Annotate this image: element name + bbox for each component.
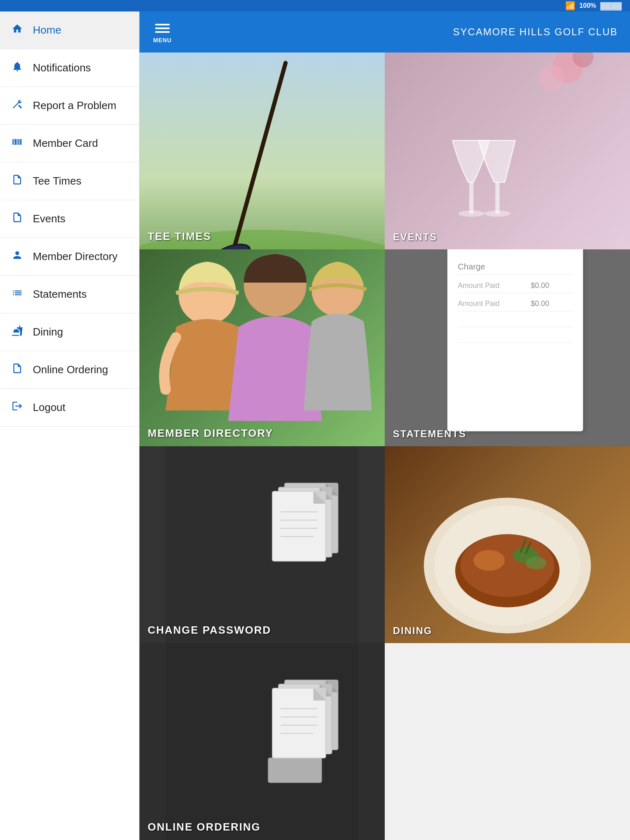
- sidebar-label-statements: Statements: [33, 288, 87, 301]
- sidebar-label-tee-times: Tee Times: [33, 175, 82, 187]
- svg-rect-58: [268, 758, 322, 783]
- sidebar-item-events[interactable]: Events: [0, 200, 139, 238]
- sidebar-label-logout: Logout: [33, 401, 66, 414]
- online-ordering-bg: [139, 643, 385, 840]
- sidebar-item-logout[interactable]: Logout: [0, 389, 139, 427]
- member-dir-bg: [139, 249, 385, 446]
- statements-label: STATEMENTS: [385, 422, 630, 446]
- content-area: MENU SYCAMORE HILLS GOLF CLUB: [139, 11, 630, 840]
- change-password-label: CHANGE PASSWORD: [139, 617, 385, 643]
- svg-text:Charge: Charge: [458, 262, 485, 271]
- svg-point-10: [539, 65, 565, 91]
- logout-icon: [10, 400, 25, 415]
- wifi-icon: 📶: [565, 1, 575, 11]
- svg-rect-21: [447, 249, 583, 431]
- app-container: Home Notifications Report a Problem Memb…: [0, 11, 630, 840]
- sidebar-item-online-ordering[interactable]: Online Ordering: [0, 351, 139, 389]
- svg-point-45: [473, 550, 504, 571]
- statements-bg: Charge Amount Paid $0.00 Amount Paid $0.…: [385, 249, 630, 446]
- home-icon: [10, 23, 25, 37]
- menu-button[interactable]: MENU: [152, 21, 173, 43]
- barcode-icon: [10, 136, 25, 151]
- tee-times-label: TEE TIMES: [139, 224, 385, 249]
- sidebar-item-dining[interactable]: Dining: [0, 313, 139, 351]
- status-bar: 📶 100% ▓▓▓▓: [0, 0, 630, 11]
- sidebar-item-member-directory[interactable]: Member Directory: [0, 238, 139, 276]
- menu-label: MENU: [153, 37, 171, 43]
- tile-statements[interactable]: Charge Amount Paid $0.00 Amount Paid $0.…: [385, 249, 630, 446]
- tile-change-password[interactable]: CHANGE PASSWORD: [139, 446, 385, 643]
- svg-point-47: [526, 557, 547, 569]
- svg-text:$0.00: $0.00: [531, 299, 549, 308]
- events-bg: [385, 52, 630, 249]
- tile-member-directory[interactable]: MEMBER DIRECTORY: [139, 249, 385, 446]
- sidebar-label-member-card: Member Card: [33, 137, 98, 150]
- svg-text:Amount Paid: Amount Paid: [458, 281, 500, 290]
- tile-online-ordering[interactable]: ONLINE ORDERING: [139, 643, 385, 840]
- events-icon: [10, 212, 25, 226]
- sidebar-label-notifications: Notifications: [33, 62, 91, 74]
- battery-icon: ▓▓▓▓: [600, 2, 622, 10]
- list-icon: [10, 287, 25, 301]
- tee-times-icon: [10, 174, 25, 188]
- sidebar-label-member-directory: Member Directory: [33, 250, 118, 263]
- svg-text:Amount Paid: Amount Paid: [458, 299, 500, 308]
- tile-dining[interactable]: DINING: [385, 446, 630, 643]
- hamburger-icon: [152, 21, 173, 36]
- fork-knife-icon: [10, 325, 25, 339]
- svg-rect-13: [495, 182, 500, 213]
- tee-times-bg: [139, 52, 385, 249]
- svg-rect-11: [469, 182, 473, 213]
- wrench-icon: [10, 98, 25, 113]
- online-ordering-label: ONLINE ORDERING: [139, 814, 385, 840]
- sidebar-label-report: Report a Problem: [33, 99, 116, 112]
- sidebar: Home Notifications Report a Problem Memb…: [0, 11, 139, 840]
- online-ordering-icon: [10, 363, 25, 377]
- sidebar-item-report-problem[interactable]: Report a Problem: [0, 87, 139, 125]
- person-icon: [10, 249, 25, 264]
- sidebar-item-home[interactable]: Home: [0, 11, 139, 49]
- sidebar-item-tee-times[interactable]: Tee Times: [0, 162, 139, 200]
- tile-events[interactable]: EVENTS: [385, 52, 630, 249]
- dining-bg: [385, 446, 630, 643]
- battery-percentage: 100%: [580, 2, 596, 9]
- main-grid: TEE TIMES: [139, 52, 630, 840]
- sidebar-label-events: Events: [33, 212, 66, 225]
- club-name: SYCAMORE HILLS GOLF CLUB: [181, 26, 618, 38]
- dining-label: DINING: [385, 619, 630, 643]
- svg-text:$0.00: $0.00: [531, 281, 549, 290]
- sidebar-item-member-card[interactable]: Member Card: [0, 125, 139, 162]
- app-header: MENU SYCAMORE HILLS GOLF CLUB: [139, 11, 630, 52]
- sidebar-item-notifications[interactable]: Notifications: [0, 49, 139, 87]
- sidebar-label-home: Home: [33, 24, 61, 37]
- sidebar-item-statements[interactable]: Statements: [0, 276, 139, 313]
- sidebar-label-dining: Dining: [33, 326, 63, 338]
- change-password-bg: [139, 446, 385, 643]
- member-directory-label: MEMBER DIRECTORY: [139, 420, 385, 446]
- svg-point-12: [458, 210, 484, 217]
- events-label: EVENTS: [385, 225, 630, 249]
- svg-point-14: [484, 210, 511, 217]
- bell-icon: [10, 61, 25, 75]
- sidebar-label-online-ordering: Online Ordering: [33, 363, 108, 376]
- tile-tee-times[interactable]: TEE TIMES: [139, 52, 385, 249]
